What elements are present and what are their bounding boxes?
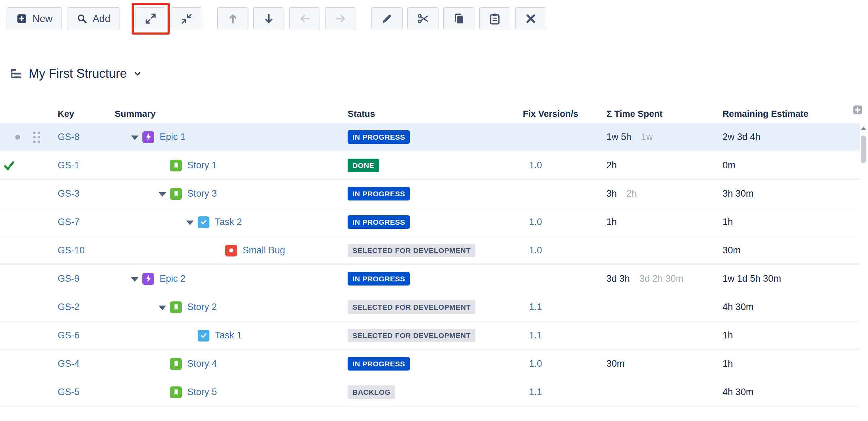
issue-key-link[interactable]: GS-5 [58, 387, 79, 397]
issue-key-link[interactable]: GS-9 [58, 273, 79, 284]
issue-key-link[interactable]: GS-2 [58, 302, 79, 312]
table-row[interactable]: GS-9Epic 2IN PROGRESS3d 3h3d 2h 30m1w 1d… [0, 265, 860, 293]
toolbar-group-move [217, 7, 356, 30]
issue-summary-link[interactable]: Story 5 [187, 387, 217, 397]
issue-summary-link[interactable]: Story 3 [187, 188, 217, 199]
status-lozenge: IN PROGRESS [348, 357, 410, 371]
issue-summary-link[interactable]: Task 2 [215, 217, 242, 227]
new-button[interactable]: New [7, 7, 62, 30]
drag-handle-icon[interactable] [33, 131, 40, 143]
fix-version-link[interactable]: 1.0 [529, 217, 542, 227]
issue-key-link[interactable]: GS-7 [58, 217, 79, 227]
fix-version-link[interactable]: 1.0 [529, 245, 542, 255]
column-header-fix-versions[interactable]: Fix Version/s [523, 109, 606, 119]
plus-square-icon [16, 13, 28, 25]
arrow-right-icon [334, 12, 347, 25]
fix-version-cell: 1.0 [523, 245, 606, 256]
table-row[interactable]: GS-7Task 2IN PROGRESS1.01h1h [0, 208, 860, 236]
cut-button[interactable] [407, 7, 438, 30]
copy-icon [452, 12, 465, 25]
fix-version-link[interactable]: 1.0 [529, 358, 542, 369]
delete-button[interactable] [515, 7, 546, 30]
arrow-left-icon [298, 12, 311, 25]
column-header-remaining-estimate[interactable]: Remaining Estimate [723, 109, 860, 119]
collapse-all-button[interactable] [171, 7, 202, 30]
issue-summary-link[interactable]: Epic 2 [160, 273, 186, 284]
expand-collapse-toggle[interactable] [155, 304, 170, 310]
issue-summary-link[interactable]: Task 1 [215, 330, 242, 341]
arrow-up-icon [226, 12, 239, 25]
time-spent-cell: 2h [606, 160, 723, 171]
key-cell: GS-1 [58, 160, 115, 171]
status-cell: IN PROGRESS [348, 215, 523, 229]
key-cell: GS-6 [58, 330, 115, 341]
selection-dot [15, 135, 20, 140]
issue-key-link[interactable]: GS-8 [58, 132, 79, 142]
expand-collapse-toggle[interactable] [127, 134, 142, 140]
move-down-button[interactable] [253, 7, 284, 30]
vertical-scrollbar[interactable] [860, 124, 867, 421]
expand-all-icon [144, 12, 157, 25]
fix-version-link[interactable]: 1.1 [529, 387, 542, 397]
status-cell: BACKLOG [348, 385, 523, 399]
move-right-button[interactable] [325, 7, 356, 30]
add-button[interactable]: Add [67, 7, 120, 30]
column-header-status[interactable]: Status [348, 109, 523, 119]
task-icon [198, 216, 209, 228]
move-left-button[interactable] [289, 7, 320, 30]
structure-selector[interactable]: My First Structure [9, 66, 142, 81]
column-header-key[interactable]: Key [58, 109, 115, 119]
toolbar-group-create: New Add [7, 7, 120, 30]
scrollbar-thumb[interactable] [861, 135, 866, 163]
expand-collapse-toggle[interactable] [127, 276, 142, 282]
triangle-down-icon [131, 135, 139, 140]
key-cell: GS-10 [58, 245, 115, 256]
done-check-icon [3, 160, 15, 171]
column-header-summary[interactable]: Summary [115, 109, 348, 119]
fix-version-link[interactable]: 1.1 [529, 302, 542, 312]
toolbar-group-edit [371, 7, 546, 30]
collapse-all-icon [180, 12, 193, 25]
issue-key-link[interactable]: GS-1 [58, 160, 79, 170]
summary-cell: Story 5 [115, 386, 348, 398]
chevron-down-icon [133, 69, 142, 78]
time-spent-value: 1w 5h [606, 132, 631, 142]
key-cell: GS-7 [58, 217, 115, 227]
table-row[interactable]: GS-3Story 3IN PROGRESS3h2h3h 30m [0, 180, 860, 208]
story-icon [170, 358, 182, 370]
table-row[interactable]: GS-1Story 1DONE1.02h0m [0, 151, 860, 180]
table-row[interactable]: GS-6Task 1SELECTED FOR DEVELOPMENT1.11h [0, 321, 860, 350]
table-row[interactable]: GS-4Story 4IN PROGRESS1.030m1h [0, 350, 860, 378]
table-row[interactable]: GS-10Small BugSELECTED FOR DEVELOPMENT1.… [0, 236, 860, 265]
issue-key-link[interactable]: GS-3 [58, 188, 79, 199]
scrollbar-up-arrow-icon[interactable] [861, 127, 866, 130]
triangle-down-icon [131, 277, 139, 282]
issue-summary-link[interactable]: Epic 1 [160, 132, 186, 142]
issue-summary-link[interactable]: Story 1 [187, 160, 217, 171]
issue-summary-link[interactable]: Story 2 [187, 302, 217, 312]
structure-title: My First Structure [29, 66, 127, 81]
edit-button[interactable] [371, 7, 403, 30]
paste-button[interactable] [479, 7, 510, 30]
status-cell: IN PROGRESS [348, 272, 523, 286]
column-header-time-spent[interactable]: Σ Time Spent [606, 109, 723, 119]
fix-version-link[interactable]: 1.1 [529, 330, 542, 340]
expand-all-button[interactable] [135, 7, 166, 30]
issue-key-link[interactable]: GS-4 [58, 358, 79, 369]
issue-summary-link[interactable]: Small Bug [243, 245, 285, 256]
move-up-button[interactable] [217, 7, 248, 30]
issue-key-link[interactable]: GS-10 [58, 245, 85, 255]
table-row[interactable]: GS-5Story 5BACKLOG1.14h 30m [0, 378, 860, 406]
key-cell: GS-9 [58, 273, 115, 284]
copy-button[interactable] [443, 7, 474, 30]
issue-key-link[interactable]: GS-6 [58, 330, 79, 340]
issue-summary-link[interactable]: Story 4 [187, 358, 217, 369]
fix-version-link[interactable]: 1.0 [529, 160, 542, 170]
expand-collapse-toggle[interactable] [155, 191, 170, 197]
fix-version-cell: 1.1 [523, 302, 606, 312]
close-x-icon [524, 12, 537, 25]
table-row[interactable]: GS-2Story 2SELECTED FOR DEVELOPMENT1.14h… [0, 293, 860, 321]
table-row[interactable]: GS-8Epic 1IN PROGRESS1w 5h1w2w 3d 4h [0, 123, 860, 151]
add-column-button[interactable] [852, 104, 863, 117]
expand-collapse-toggle[interactable] [182, 219, 198, 225]
